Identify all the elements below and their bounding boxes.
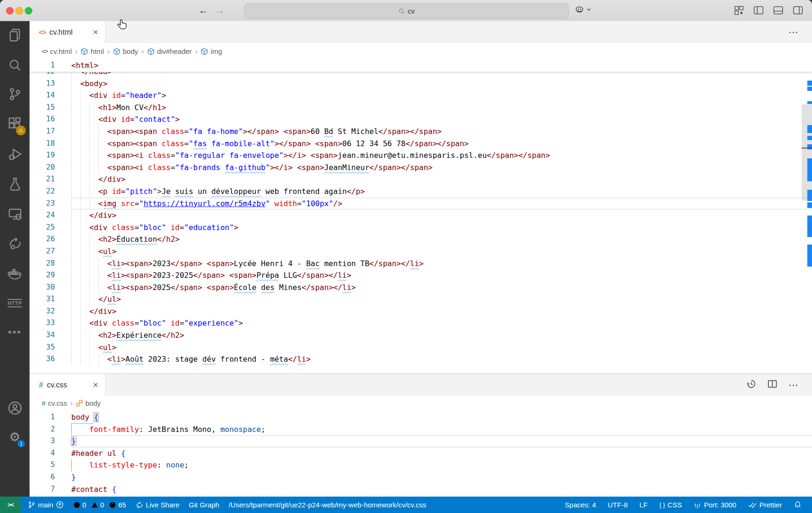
code-line-2[interactable]: 2font-family: JetBrains Mono, monospace; — [30, 424, 812, 436]
search-view-icon[interactable] — [0, 53, 30, 77]
code-line-30[interactable]: 30<li><span>2025</span> <span>École des … — [30, 282, 812, 294]
source-control-icon[interactable] — [0, 82, 30, 106]
notifications-bell-icon[interactable] — [794, 501, 802, 509]
tab-cv-css[interactable]: # cv.css ✕ — [30, 374, 105, 396]
breadcrumb-item-body[interactable]: body — [76, 399, 101, 407]
command-center-search[interactable]: cv — [244, 3, 569, 19]
code-line-20[interactable]: 20<span><i class="fa-brands fa-github"><… — [30, 162, 812, 174]
code-line-15[interactable]: 15<h1>Mon CV</h1> — [30, 102, 812, 114]
toggle-panel-icon[interactable] — [773, 5, 784, 16]
html-code-editor[interactable]: 12</head>13<body>14<div id="header">15<h… — [30, 59, 812, 373]
code-line-25[interactable]: 25<div class="bloc" id="education"> — [30, 222, 812, 234]
breadcrumb-item-html[interactable]: html — [81, 47, 104, 55]
breadcrumb-item-body[interactable]: body — [113, 47, 138, 55]
scrollbar-thumb[interactable] — [802, 104, 812, 201]
code-line-26[interactable]: 26<h2>Éducation</h2> — [30, 233, 812, 245]
remote-explorer-icon[interactable] — [0, 202, 30, 226]
search-icon — [398, 8, 405, 15]
line-number: 5 — [30, 459, 55, 471]
timeline-history-icon[interactable] — [746, 379, 756, 391]
code-line-36[interactable]: 36<li>Août 2023: stage dév frontend - mé… — [30, 353, 812, 365]
live-share-item[interactable]: Live Share — [135, 501, 180, 509]
extensions-icon[interactable]: ⚠ — [0, 112, 30, 136]
breadcrumb-item-cv.html[interactable]: <>cv.html — [42, 47, 72, 55]
breadcrumb-item-cv.css[interactable]: #cv.css — [42, 399, 67, 407]
window-minimize-button[interactable] — [15, 7, 23, 15]
code-line-18[interactable]: 18<span><span class="fas fa-mobile-alt">… — [30, 138, 812, 150]
explorer-icon[interactable] — [0, 23, 30, 47]
toggle-primary-sidebar-icon[interactable] — [753, 5, 764, 16]
tab-cv-html[interactable]: <> cv.html ✕ — [30, 21, 105, 43]
run-and-debug-icon[interactable] — [0, 142, 30, 166]
code-line-6[interactable]: 6} — [30, 471, 812, 483]
indentation-item[interactable]: Spaces: 4 — [565, 501, 596, 509]
toggle-secondary-sidebar-icon[interactable] — [792, 5, 804, 16]
css-code-editor[interactable]: 1body {2font-family: JetBrains Mono, mon… — [30, 410, 812, 495]
settings-gear-icon[interactable]: ⚙ 1 — [0, 425, 30, 449]
prettier-item[interactable]: Prettier — [748, 501, 782, 509]
code-line-17[interactable]: 17<span><span class="fa fa-home"></span>… — [30, 126, 812, 138]
file-path-item[interactable]: /Users/tparment/git/ue22-p24-web/my-web-… — [229, 501, 427, 509]
extensions-warning-badge: ⚠ — [16, 126, 26, 135]
code-line-31[interactable]: 31</ul> — [30, 293, 812, 305]
overview-ruler[interactable] — [802, 59, 812, 373]
docker-icon[interactable] — [0, 261, 30, 285]
breadcrumb-item-div#header[interactable]: div#header — [147, 47, 192, 55]
code-line-32[interactable]: 32</div> — [30, 305, 812, 318]
code-line-28[interactable]: 28<li><span>2023</span> <span>Lycée Henr… — [30, 258, 812, 270]
code-line-16[interactable]: 16<div id="contact"> — [30, 113, 812, 126]
code-line-1[interactable]: 1<html> — [30, 59, 812, 72]
encoding-item[interactable]: UTF-8 — [608, 501, 628, 509]
more-actions-icon[interactable]: ⋯ — [789, 379, 799, 391]
git-graph-item[interactable]: Git Graph — [189, 501, 219, 509]
live-share-icon[interactable] — [0, 231, 30, 255]
code-line-35[interactable]: 35<ul> — [30, 342, 812, 354]
line-number: 25 — [30, 222, 55, 234]
code-line-3[interactable]: 3} — [30, 435, 812, 447]
split-editor-icon[interactable] — [767, 379, 777, 391]
git-branch-item[interactable]: main — [28, 501, 64, 509]
css-file-icon: # — [42, 399, 45, 407]
code-line-7[interactable]: 7#contact { — [30, 483, 812, 495]
testing-icon[interactable] — [0, 172, 30, 196]
code-line-23[interactable]: 23<img src="https://tinyurl.com/r5m4zbv"… — [30, 198, 812, 210]
customize-layout-icon[interactable] — [733, 5, 744, 16]
code-line-14[interactable]: 14<div id="header"> — [30, 89, 812, 102]
http-client-icon[interactable]: HTTP — [0, 291, 30, 315]
additional-views-icon[interactable]: ••• — [0, 320, 30, 344]
code-line-5[interactable]: 5list-style-type: none; — [30, 459, 812, 471]
code-line-33[interactable]: 33<div class="bloc" id="experience"> — [30, 317, 812, 329]
branch-icon — [28, 501, 36, 509]
window-close-button[interactable] — [6, 7, 14, 15]
code-line-24[interactable]: 24</div> — [30, 209, 812, 222]
code-line-19[interactable]: 19<span><i class="fa-regular fa-envelope… — [30, 149, 812, 162]
line-number: 33 — [30, 317, 55, 329]
editor-sash[interactable] — [30, 373, 812, 374]
window-maximize-button[interactable] — [25, 7, 32, 15]
port-item[interactable]: Port: 3000 — [693, 501, 736, 509]
code-line-21[interactable]: 21</div> — [30, 173, 812, 186]
code-line-34[interactable]: 34<h2>Expérience</h2> — [30, 329, 812, 342]
remote-indicator[interactable]: >< — [0, 497, 21, 513]
eol-item[interactable]: LF — [639, 501, 648, 509]
navigate-back-button[interactable]: ← — [197, 4, 210, 17]
code-line-22[interactable]: 22<p id="pitch">Je suis un développeur w… — [30, 186, 812, 198]
ruler-info-mark — [807, 101, 812, 104]
code-line-1[interactable]: 1body { — [30, 411, 812, 424]
tab-close-icon[interactable]: ✕ — [90, 380, 100, 390]
more-actions-icon[interactable]: ⋯ — [789, 27, 799, 38]
code-line-29[interactable]: 29<li><span>2023-2025</span> <span>Prépa… — [30, 269, 812, 282]
code-line-4[interactable]: 4#header ul { — [30, 447, 812, 460]
copilot-menu[interactable] — [574, 4, 591, 15]
breadcrumb-item-img[interactable]: img — [201, 47, 222, 55]
double-check-icon — [748, 501, 757, 508]
navigate-forward-button[interactable]: → — [213, 4, 226, 17]
line-number: 1 — [30, 59, 55, 72]
code-line-27[interactable]: 27<ul> — [30, 245, 812, 258]
accounts-icon[interactable] — [0, 396, 30, 420]
language-mode-item[interactable]: { } CSS — [659, 501, 682, 509]
error-count: 0 — [83, 501, 86, 509]
code-line-13[interactable]: 13<body> — [30, 78, 812, 90]
problems-item[interactable]: 0 0 65 — [73, 501, 126, 509]
tab-close-icon[interactable]: ✕ — [90, 27, 100, 37]
